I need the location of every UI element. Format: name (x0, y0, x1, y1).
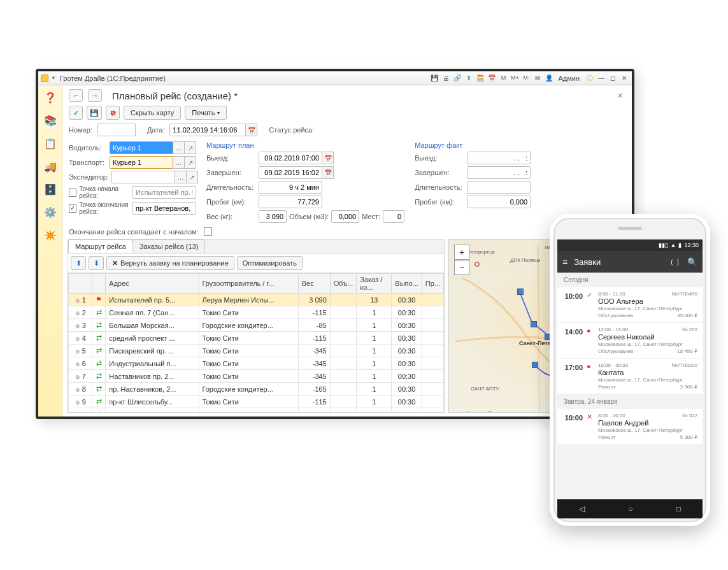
plan-finish-cal-icon[interactable]: 📅 (322, 166, 334, 179)
expeditor-open-icon[interactable]: ↗ (187, 171, 198, 183)
hide-map-button[interactable]: Скрыть карту (124, 106, 181, 120)
save-button[interactable]: 💾 (87, 106, 102, 120)
scan-icon[interactable]: ⟮ ⟯ (669, 257, 681, 267)
plan-weight-input[interactable] (259, 210, 287, 223)
plan-volume-input[interactable] (331, 210, 359, 223)
col-done[interactable]: Выпо... (392, 274, 422, 294)
end-point-checkbox[interactable] (69, 204, 76, 213)
tab-orders[interactable]: Заказы рейса (13) (132, 239, 205, 253)
back-button[interactable]: ← (69, 89, 83, 102)
help-nav-icon[interactable]: ❓ (42, 89, 59, 106)
start-point-checkbox[interactable] (69, 189, 76, 197)
col-shipper[interactable]: Грузоотправитель / г... (199, 274, 298, 294)
table-row[interactable]: ⊕ 1⚑Испытателей пр. 5...Леруа Мерлен Исп… (69, 294, 444, 306)
fact-duration-input[interactable] (467, 181, 531, 194)
move-up-button[interactable]: ⬆ (71, 256, 86, 270)
clipboard-nav-icon[interactable]: 📋 (42, 135, 59, 152)
save-icon[interactable]: 💾 (429, 73, 439, 83)
db-nav-icon[interactable]: 🗄️ (42, 181, 59, 197)
forward-button[interactable]: → (88, 89, 102, 102)
m-minus-icon[interactable]: M- (521, 73, 531, 83)
mail-icon[interactable]: ✉ (532, 73, 543, 83)
print-icon[interactable]: 🖨 (441, 73, 451, 83)
driver-open-icon[interactable]: ↗ (185, 141, 196, 154)
expeditor-select-icon[interactable]: … (175, 171, 187, 183)
calendar-icon[interactable]: 📅 (487, 73, 497, 83)
expeditor-input[interactable] (111, 171, 175, 183)
maximize-icon[interactable]: ◻ (608, 73, 618, 83)
minimize-icon[interactable]: — (596, 73, 606, 83)
table-row[interactable]: ⊕ 5⇄Пискаревский пр. ...Токио Сити-34510… (69, 345, 444, 357)
plan-finish-input[interactable] (259, 166, 322, 179)
nav-back-icon[interactable]: ◁ (579, 504, 585, 513)
start-point-input[interactable] (132, 186, 196, 199)
tab-route[interactable]: Маршрут рейса (68, 239, 133, 253)
settings-nav-icon[interactable]: ⚙️ (42, 204, 59, 220)
list-item[interactable]: 10:00✕№ 5228:00 - 20:00Павлов АндрейМоск… (557, 409, 703, 445)
col-order[interactable]: Заказ / ко... (357, 274, 392, 294)
driver-select-icon[interactable]: … (173, 141, 185, 154)
end-point-input[interactable] (132, 202, 196, 215)
transport-open-icon[interactable]: ↗ (185, 156, 196, 169)
app-bar: ≡ Заявки ⟮ ⟯ 🔍 (557, 251, 703, 273)
transport-select-icon[interactable]: … (173, 156, 185, 169)
plan-distance-input[interactable] (259, 196, 322, 208)
optimize-button[interactable]: Оптимизировать (237, 256, 303, 270)
plan-depart-cal-icon[interactable]: 📅 (322, 152, 334, 164)
table-row[interactable]: ⊕ 8⇄пр. Наставников, 2...Городские конди… (69, 383, 444, 395)
move-down-button[interactable]: ⬇ (89, 256, 104, 270)
table-row[interactable]: ⊕ 7⇄Наставников пр. 2...Токио Сити-34510… (69, 370, 444, 383)
list-item[interactable]: 17:00●№УТ0020016:00 - 20:00КантатаМосков… (557, 359, 703, 394)
star-nav-icon[interactable]: ✴️ (42, 227, 59, 243)
plan-seats-input[interactable] (383, 210, 404, 223)
zoom-in-button[interactable]: + (454, 245, 469, 260)
titlebar: ▼ Гротем Драйв (1С:Предприятие) 💾 🖨 🔗 ⬆ … (38, 71, 632, 85)
col-pr[interactable]: Пр... (422, 274, 443, 294)
number-input[interactable] (97, 124, 136, 136)
fact-depart-input[interactable] (467, 152, 531, 164)
table-row[interactable]: ⊕ 3⇄Большая Морская...Городские кондитер… (69, 319, 444, 332)
fact-finish-input[interactable] (467, 166, 531, 179)
info-icon[interactable]: ⓘ (585, 73, 595, 83)
same-end-checkbox[interactable] (204, 227, 212, 236)
user-icon[interactable]: 👤 (544, 73, 554, 83)
driver-input[interactable] (110, 141, 173, 154)
table-row[interactable]: ⊕ 2⇄Сенная пл. 7 (Сан...Токио Сити-11510… (69, 306, 444, 319)
checkmark-button[interactable]: ✔ (69, 106, 83, 120)
close-icon[interactable]: ✕ (619, 73, 629, 83)
route-grid[interactable]: Адрес Грузоотправитель / г... Вес Объ...… (68, 273, 444, 412)
nav-home-icon[interactable]: ○ (628, 504, 632, 513)
m-plus-icon[interactable]: M+ (510, 73, 520, 83)
date-label: Дата: (147, 126, 164, 134)
link-icon[interactable]: 🔗 (452, 73, 462, 83)
plan-depart-input[interactable] (259, 152, 322, 164)
col-address[interactable]: Адрес (106, 274, 199, 294)
print-button[interactable]: Печать▾ (185, 106, 227, 120)
calc-icon[interactable]: 🧮 (475, 73, 485, 83)
return-order-button[interactable]: ✕Вернуть заявку на планирование (106, 256, 234, 270)
table-row[interactable]: ⊕ 4⇄средний проспект ...Токио Сити-11510… (69, 332, 444, 345)
col-weight[interactable]: Вес (298, 274, 330, 294)
menu-icon[interactable]: ≡ (562, 257, 567, 267)
table-row[interactable]: ⊕ 9⇄пр-кт Шлиссельбу...Токио Сити-115100… (69, 395, 444, 408)
form-close-icon[interactable]: × (618, 90, 623, 101)
col-volume[interactable]: Объ... (330, 274, 357, 294)
zoom-out-button[interactable]: − (454, 260, 469, 275)
cancel-button[interactable]: ⊘ (106, 106, 120, 120)
books-nav-icon[interactable]: 📚 (42, 112, 59, 129)
plan-duration-input[interactable] (259, 181, 322, 194)
table-row[interactable]: ⊕ 1...⇄Славы пр. 15 (Сан...Городские кон… (69, 408, 444, 413)
m-icon[interactable]: M (498, 73, 508, 83)
dropdown-icon[interactable]: ▼ (51, 75, 56, 81)
fact-distance-input[interactable] (467, 196, 531, 208)
list-item[interactable]: 14:00●№ 23512:00 - 15:00Сергеев НиколайМ… (557, 323, 703, 359)
transport-input[interactable] (110, 156, 173, 169)
up-icon[interactable]: ⬆ (464, 73, 474, 83)
table-row[interactable]: ⊕ 6⇄Индустриальный п...Токио Сити-345100… (69, 357, 444, 370)
truck-nav-icon[interactable]: 🚚 (42, 158, 59, 175)
date-input[interactable] (169, 124, 246, 136)
search-icon[interactable]: 🔍 (687, 257, 697, 267)
nav-recent-icon[interactable]: □ (676, 504, 681, 513)
date-picker-icon[interactable]: 📅 (246, 124, 257, 136)
list-item[interactable]: 10:00✓№УТ004568:00 - 11:00ООО АльтераМос… (557, 287, 703, 323)
